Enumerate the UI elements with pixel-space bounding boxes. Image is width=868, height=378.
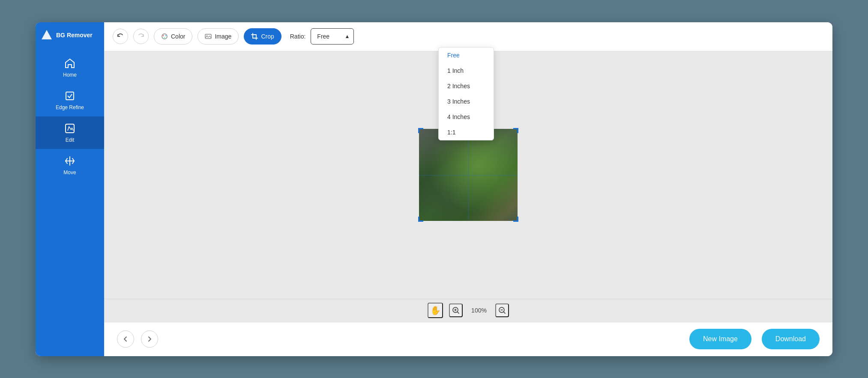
sidebar-item-home[interactable]: Home: [36, 51, 104, 84]
sidebar: BG Remover Home Edg: [36, 22, 104, 356]
svg-point-5: [165, 35, 167, 36]
color-icon: [161, 33, 168, 40]
ratio-dropdown-menu: Free 1 Inch 2 Inches 3 Inches 4 Inches 1…: [438, 47, 494, 140]
sidebar-label-edit: Edit: [66, 137, 75, 143]
image-button[interactable]: Image: [198, 28, 239, 45]
sidebar-label-edge-refine: Edge Refine: [56, 104, 84, 110]
undo-button[interactable]: [113, 29, 128, 44]
svg-rect-1: [66, 92, 74, 100]
image-icon: [205, 33, 212, 40]
app-title: BG Remover: [56, 32, 93, 39]
svg-point-6: [164, 37, 165, 39]
prev-button[interactable]: [117, 330, 134, 348]
svg-marker-0: [42, 30, 52, 39]
move-icon: [64, 155, 76, 167]
color-button[interactable]: Color: [154, 28, 192, 45]
sidebar-nav: Home Edge Refine: [36, 51, 104, 182]
bottom-controls: ✋ 100%: [104, 299, 832, 322]
toolbar: Color Image Crop Ratio:: [104, 22, 832, 51]
next-button[interactable]: [141, 330, 158, 348]
sidebar-item-edge-refine[interactable]: Edge Refine: [36, 84, 104, 116]
zoom-percent: 100%: [469, 307, 489, 314]
dropdown-item-2inches[interactable]: 2 Inches: [439, 78, 494, 94]
zoom-control: ✋ 100%: [428, 303, 509, 318]
sidebar-item-move[interactable]: Move: [36, 149, 104, 182]
logo-icon: [41, 29, 53, 41]
crop-button[interactable]: Crop: [244, 28, 281, 45]
sidebar-label-move: Move: [63, 170, 76, 176]
dropdown-item-3inches[interactable]: 3 Inches: [439, 94, 494, 109]
dropdown-item-1to1[interactable]: 1:1: [439, 125, 494, 140]
dropdown-item-free[interactable]: Free: [439, 48, 494, 63]
app-window: BG Remover Home Edg: [36, 22, 832, 356]
redo-button[interactable]: [133, 29, 149, 44]
crop-grid-horizontal: [419, 175, 518, 176]
crop-icon: [251, 33, 258, 40]
crop-handle-top-left[interactable]: [418, 128, 423, 133]
crop-handle-bottom-left[interactable]: [418, 217, 423, 222]
crop-handle-bottom-right[interactable]: [513, 217, 518, 222]
sidebar-item-edit[interactable]: Edit: [36, 116, 104, 149]
edit-icon: [64, 122, 76, 134]
ratio-select[interactable]: Free 1 Inch 2 Inches 3 Inches 4 Inches 1…: [311, 28, 354, 45]
color-button-label: Color: [171, 33, 185, 40]
zoom-in-button[interactable]: [449, 304, 463, 317]
image-container: [419, 129, 518, 221]
dropdown-item-4inches[interactable]: 4 Inches: [439, 109, 494, 125]
ratio-label: Ratio:: [290, 33, 306, 40]
main-content: Color Image Crop Ratio:: [104, 22, 832, 356]
sidebar-label-home: Home: [63, 72, 77, 78]
zoom-out-button[interactable]: [495, 304, 509, 317]
image-button-label: Image: [215, 33, 231, 40]
edge-refine-icon: [64, 90, 76, 102]
crop-handle-top-right[interactable]: [513, 128, 518, 133]
crop-button-label: Crop: [261, 33, 274, 40]
footer: New Image Download: [104, 322, 832, 356]
ratio-select-wrapper: Free 1 Inch 2 Inches 3 Inches 4 Inches 1…: [311, 28, 354, 45]
hand-tool-button[interactable]: ✋: [428, 303, 443, 318]
dropdown-item-1inch[interactable]: 1 Inch: [439, 63, 494, 78]
svg-rect-7: [205, 34, 211, 39]
home-icon: [64, 57, 76, 69]
download-button[interactable]: Download: [762, 329, 820, 349]
app-logo: BG Remover: [36, 22, 104, 48]
new-image-button[interactable]: New Image: [689, 329, 751, 349]
svg-point-4: [163, 35, 164, 36]
